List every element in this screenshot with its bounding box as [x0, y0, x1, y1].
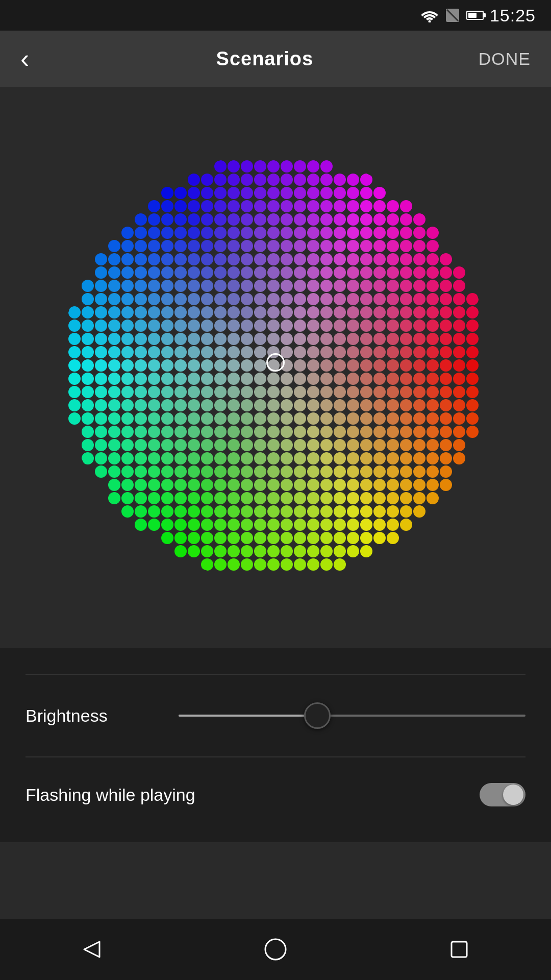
toggle-knob	[503, 785, 523, 805]
flashing-label: Flashing while playing	[26, 785, 195, 805]
brightness-fill	[179, 715, 317, 717]
back-button[interactable]: ‹	[20, 43, 51, 74]
flashing-row: Flashing while playing	[26, 783, 525, 806]
color-wheel-wrapper[interactable]	[61, 153, 490, 582]
home-circle-icon	[263, 937, 288, 962]
system-home-button[interactable]	[255, 929, 296, 970]
color-wheel-container[interactable]	[0, 87, 551, 648]
flashing-toggle[interactable]	[480, 783, 525, 806]
brightness-slider-container[interactable]	[179, 700, 525, 731]
svg-point-4	[265, 939, 286, 960]
no-sim-icon	[445, 8, 460, 23]
status-bar: 15:25	[0, 0, 551, 31]
nav-bar: ‹ Scenarios DONE	[0, 31, 551, 87]
battery-icon	[466, 11, 484, 20]
color-wheel[interactable]	[61, 153, 490, 582]
separator	[26, 674, 525, 675]
brightness-label: Brightness	[26, 706, 163, 726]
done-button[interactable]: DONE	[479, 49, 531, 69]
svg-marker-3	[84, 942, 99, 957]
brightness-track	[179, 715, 525, 717]
recents-square-icon	[446, 937, 472, 962]
svg-point-0	[428, 20, 431, 23]
wifi-icon	[420, 8, 439, 22]
bottom-nav	[0, 919, 551, 980]
separator-2	[26, 756, 525, 757]
brightness-row: Brightness	[26, 700, 525, 731]
status-time: 15:25	[490, 6, 536, 26]
svg-rect-5	[452, 942, 467, 957]
page-title: Scenarios	[216, 48, 314, 70]
status-icons: 15:25	[420, 6, 536, 26]
brightness-thumb[interactable]	[304, 702, 331, 729]
controls-section: Brightness Flashing while playing	[0, 648, 551, 842]
back-triangle-icon	[79, 937, 105, 962]
system-recents-button[interactable]	[439, 929, 480, 970]
system-back-button[interactable]	[71, 929, 112, 970]
